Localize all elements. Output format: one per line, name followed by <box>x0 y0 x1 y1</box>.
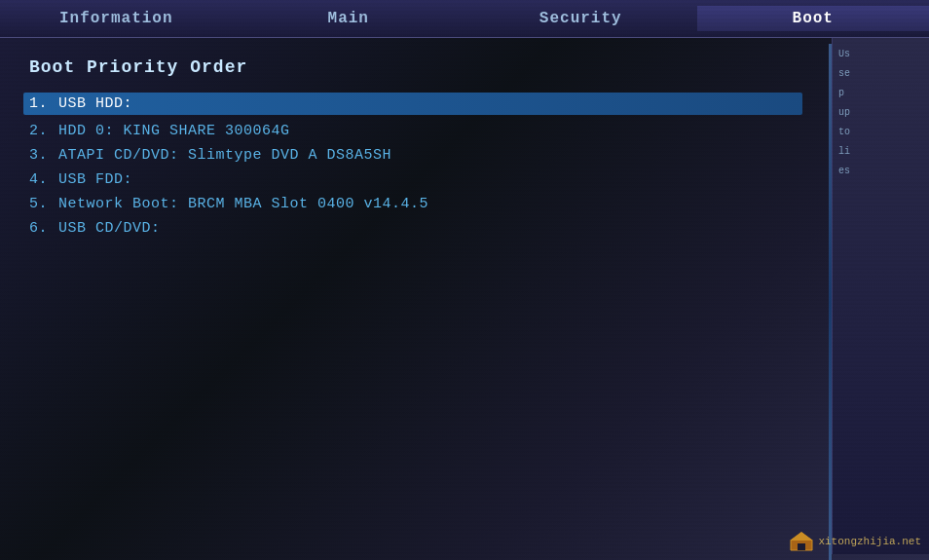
svg-marker-2 <box>790 532 813 541</box>
right-panel-text-7: es <box>838 165 923 178</box>
boot-item-6-label: USB CD/DVD: <box>58 220 161 237</box>
home-icon <box>789 531 814 552</box>
boot-item-4-label: USB FDD: <box>58 171 132 188</box>
menu-item-security[interactable]: Security <box>464 6 697 31</box>
panel-divider <box>829 44 832 560</box>
watermark: xitongzhijia.net <box>789 531 921 552</box>
right-panel-text-5: to <box>838 126 923 139</box>
boot-item-1-label: USB HDD: <box>58 95 132 112</box>
left-panel: Boot Priority Order 1. USB HDD: 2. HDD 0… <box>0 38 832 554</box>
menu-item-main[interactable]: Main <box>233 6 465 31</box>
boot-item-5-label: Network Boot: BRCM MBA Slot 0400 v14.4.5 <box>58 196 428 212</box>
right-panel-text-2: se <box>838 67 923 81</box>
boot-item-2[interactable]: 2. HDD 0: KING SHARE 300064G <box>29 123 802 139</box>
svg-rect-1 <box>798 543 805 550</box>
bios-screen: Information Main Security Boot Boot Prio… <box>0 0 929 560</box>
boot-list: 1. USB HDD: 2. HDD 0: KING SHARE 300064G… <box>29 93 802 237</box>
top-menu-bar: Information Main Security Boot <box>0 0 929 38</box>
boot-item-6[interactable]: 6. USB CD/DVD: <box>29 220 802 237</box>
boot-item-5-num: 5. <box>29 196 58 212</box>
menu-item-information[interactable]: Information <box>0 6 233 31</box>
right-panel-text-4: up <box>838 106 923 120</box>
boot-item-1-num: 1. <box>29 95 58 112</box>
right-panel-text-6: li <box>838 145 923 159</box>
right-panel-text-1: Us <box>838 48 923 61</box>
boot-item-1[interactable]: 1. USB HDD: <box>23 93 802 115</box>
right-panel: Us se p up to li es <box>832 38 929 554</box>
boot-item-4-num: 4. <box>29 171 58 188</box>
watermark-label: xitongzhijia.net <box>818 536 921 547</box>
boot-item-2-num: 2. <box>29 123 58 139</box>
boot-item-4[interactable]: 4. USB FDD: <box>29 171 802 188</box>
boot-item-6-num: 6. <box>29 220 58 237</box>
boot-item-3-label: ATAPI CD/DVD: Slimtype DVD A DS8A5SH <box>58 147 391 164</box>
right-panel-text-3: p <box>838 87 923 100</box>
boot-priority-title: Boot Priority Order <box>29 57 802 77</box>
main-content: Boot Priority Order 1. USB HDD: 2. HDD 0… <box>0 38 929 554</box>
boot-item-5[interactable]: 5. Network Boot: BRCM MBA Slot 0400 v14.… <box>29 196 802 212</box>
boot-item-2-label: HDD 0: KING SHARE 300064G <box>58 123 290 139</box>
boot-item-3[interactable]: 3. ATAPI CD/DVD: Slimtype DVD A DS8A5SH <box>29 147 802 164</box>
menu-item-boot[interactable]: Boot <box>697 6 930 31</box>
boot-item-3-num: 3. <box>29 147 58 164</box>
